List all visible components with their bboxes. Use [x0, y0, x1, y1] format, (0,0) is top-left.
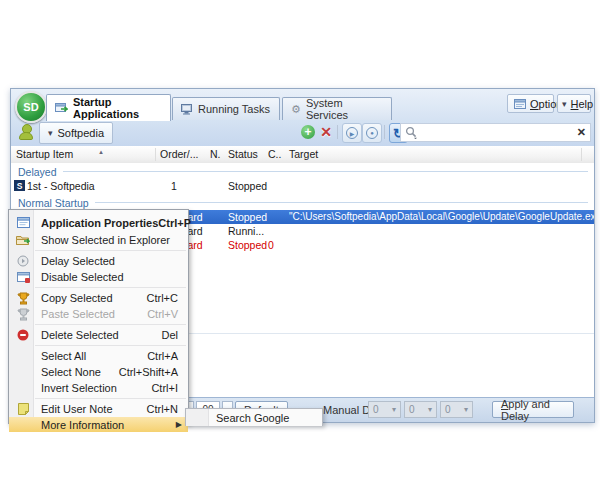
menu-item-delete-selected[interactable]: Delete Selected Del — [9, 327, 188, 343]
delete-circle-icon — [13, 329, 33, 341]
gear-icon: ⚙ — [291, 103, 301, 116]
row-c-value: 0 — [268, 239, 274, 251]
launch-icon: ▶ — [346, 127, 358, 139]
menu-item-label: More Information — [41, 419, 176, 431]
menu-item-label: Show Selected in Explorer — [41, 234, 178, 246]
menu-separator — [35, 398, 186, 399]
menu-item-select-none[interactable]: Select None Ctrl+Shift+A — [9, 364, 188, 380]
menu-item-shortcut: Del — [161, 329, 178, 341]
menu-item-invert-selection[interactable]: Invert Selection Ctrl+I — [9, 380, 188, 396]
submenu-item-search-google[interactable]: Search Google — [216, 412, 289, 424]
row-status: Stopped — [228, 211, 267, 223]
submenu-arrow-icon: ▶ — [176, 420, 182, 429]
chevron-down-icon: ▾ — [428, 405, 432, 414]
window-header: SD Startup Applications Running Tasks ⚙ … — [11, 89, 594, 147]
manual-delay-hours-select[interactable]: 0▾ — [368, 401, 401, 418]
menu-item-show-selected-in-explorer[interactable]: Show Selected in Explorer — [9, 232, 188, 248]
screenshot-stage: SD Startup Applications Running Tasks ⚙ … — [0, 0, 600, 500]
menu-item-shortcut: Ctrl+C — [147, 292, 178, 304]
add-icon: + — [301, 125, 315, 139]
menu-separator — [35, 287, 186, 288]
menu-separator — [35, 250, 186, 251]
column-c[interactable]: C.. — [268, 148, 281, 160]
help-button[interactable]: ▾ Help — [557, 94, 591, 113]
column-n[interactable]: N. — [210, 148, 221, 160]
menu-separator — [35, 324, 186, 325]
app-logo: SD — [15, 91, 47, 123]
menu-item-shortcut: Ctrl+V — [147, 308, 178, 320]
menu-item-shortcut: Ctrl+A — [147, 350, 178, 362]
tab-running-tasks[interactable]: Running Tasks — [172, 97, 280, 120]
menu-item-application-properties[interactable]: Application Properties Ctrl+P — [9, 213, 188, 232]
tab-startup-applications[interactable]: Startup Applications — [46, 94, 171, 121]
softpedia-item-icon: S — [14, 180, 25, 191]
profile-label: Softpedia — [58, 127, 104, 139]
menu-item-label: Edit User Note — [41, 403, 147, 415]
running-tasks-icon — [181, 104, 193, 115]
startup-applications-icon — [55, 103, 68, 114]
options-icon — [514, 99, 526, 109]
delete-icon: ✕ — [320, 124, 332, 140]
stop-button[interactable]: ● — [362, 123, 382, 143]
search-input[interactable] — [422, 126, 573, 140]
tab-label: System Services — [306, 97, 383, 121]
menu-item-shortcut: Ctrl+I — [151, 382, 178, 394]
tab-system-services[interactable]: ⚙ System Services — [282, 97, 392, 120]
chevron-down-icon: ▾ — [464, 405, 468, 414]
properties-icon — [13, 217, 33, 228]
menu-item-label: Paste Selected — [41, 308, 147, 320]
user-icon — [18, 124, 34, 140]
profile-dropdown-button[interactable]: ▾ Softpedia — [39, 122, 113, 144]
toolbar-separator — [384, 125, 385, 139]
menu-item-delay-selected[interactable]: Delay Selected — [9, 253, 188, 269]
menu-item-shortcut: Ctrl+Shift+A — [119, 366, 178, 378]
menu-separator — [35, 345, 186, 346]
menu-item-label: Disable Selected — [41, 271, 178, 283]
options-button[interactable]: Options — [507, 94, 554, 113]
toolbar: ▾ Softpedia + ✕ ▶ ● ↻ — [11, 120, 594, 146]
manual-delay-minutes-select[interactable]: 0▾ — [404, 401, 437, 418]
paste-trophy-icon — [13, 308, 33, 321]
column-status[interactable]: Status — [228, 148, 258, 160]
row-status: Runni... — [228, 225, 264, 237]
note-icon — [13, 403, 33, 415]
column-target[interactable]: Target — [289, 148, 318, 160]
delete-application-button[interactable]: ✕ — [317, 123, 335, 141]
row-name: 1st - Softpedia — [27, 180, 95, 192]
column-separator — [155, 148, 156, 161]
column-startup-item[interactable]: Startup Item▴ — [16, 148, 103, 160]
column-order[interactable]: Order/... — [160, 148, 199, 160]
chevron-down-icon: ▾ — [562, 99, 567, 109]
manual-delay-seconds-select[interactable]: 0▾ — [440, 401, 473, 418]
menu-item-more-information[interactable]: More Information ▶ — [9, 417, 188, 432]
menu-item-copy-selected[interactable]: Copy Selected Ctrl+C — [9, 290, 188, 306]
disable-window-icon — [13, 272, 33, 283]
add-application-button[interactable]: + — [299, 123, 317, 141]
menu-item-label: Select None — [41, 366, 119, 378]
column-separator — [581, 148, 582, 161]
table-row[interactable]: S 1st - Softpedia 1 Stopped — [11, 179, 594, 193]
more-information-submenu: Search Google — [185, 408, 323, 426]
menu-item-shortcut: Ctrl+P — [158, 217, 191, 229]
tab-label: Running Tasks — [198, 103, 270, 115]
launch-button[interactable]: ▶ — [342, 123, 362, 143]
stop-icon: ● — [366, 127, 378, 139]
menu-item-label: Invert Selection — [41, 382, 151, 394]
tab-label: Startup Applications — [73, 96, 162, 120]
clear-search-icon[interactable]: ✕ — [577, 126, 586, 139]
menu-item-disable-selected[interactable]: Disable Selected — [9, 269, 188, 285]
app-logo-text: SD — [23, 101, 38, 113]
menu-item-label: Application Properties — [41, 217, 158, 229]
help-label: Help — [571, 98, 594, 110]
row-target: "C:\Users\Softpedia\AppData\Local\Google… — [289, 211, 594, 222]
column-header-row: Startup Item▴ Order/... N. Status C.. Ta… — [11, 146, 594, 164]
search-box: ✕ — [400, 123, 591, 142]
search-icon — [405, 126, 418, 139]
menu-item-select-all[interactable]: Select All Ctrl+A — [9, 348, 188, 364]
menu-item-label: Copy Selected — [41, 292, 147, 304]
submenu-icon-gutter — [186, 409, 209, 426]
menu-item-edit-user-note[interactable]: Edit User Note Ctrl+N — [9, 401, 188, 417]
group-header-normal-startup: Normal Startup — [18, 196, 588, 209]
apply-and-delay-button[interactable]: Apply and Delay — [492, 401, 574, 418]
sort-ascending-icon: ▴ — [99, 148, 103, 155]
